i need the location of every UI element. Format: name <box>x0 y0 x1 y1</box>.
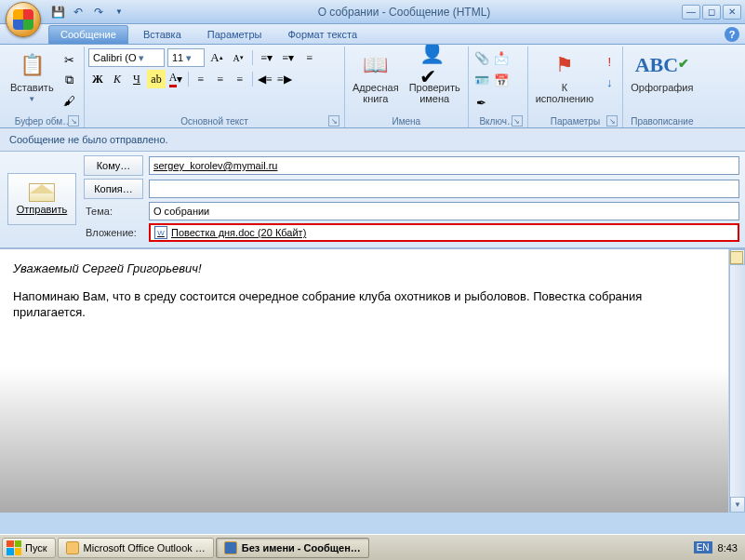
quick-access-toolbar: 💾 ↶ ↷ ▼ <box>50 5 126 20</box>
dialog-launcher-icon[interactable]: ↘ <box>512 115 523 127</box>
bold-icon[interactable]: Ж <box>88 70 107 88</box>
ribbon-tabs: Сообщение Вставка Параметры Формат текст… <box>0 24 745 45</box>
format-painter-icon[interactable]: 🖌 <box>60 91 79 110</box>
start-button[interactable]: Пуск <box>2 538 56 558</box>
clock: 8:43 <box>718 542 738 553</box>
attachment-field[interactable]: W Повестка дня.doc (20 Кбайт) <box>149 223 739 242</box>
tab-insert[interactable]: Вставка <box>132 26 193 44</box>
taskbar-item-outlook[interactable]: Microsoft Office Outlook … <box>58 538 214 558</box>
group-label-proofing: Правописание <box>627 114 697 127</box>
cc-field[interactable] <box>149 180 739 198</box>
high-importance-icon[interactable]: ! <box>600 52 619 71</box>
business-card-icon[interactable]: 🪪 <box>472 71 491 89</box>
subject-label: Тема: <box>84 206 143 217</box>
spellcheck-icon: ABC✔ <box>647 50 677 80</box>
dialog-launcher-icon[interactable]: ↘ <box>328 115 339 127</box>
check-names-button[interactable]: 👤✔ Проверить имена <box>406 48 464 106</box>
to-button[interactable]: Кому… <box>84 155 143 176</box>
to-field[interactable]: sergey_korolev@mymail.ru <box>149 156 739 175</box>
ruler-toggle-icon[interactable] <box>730 251 743 264</box>
envelope-icon <box>29 183 55 202</box>
save-icon[interactable]: 💾 <box>50 5 65 20</box>
group-label-clipboard: Буфер обм…↘ <box>7 114 80 127</box>
group-names: 📖 Адресная книга 👤✔ Проверить имена Имен… <box>345 47 469 127</box>
body-greeting: Уважаемый Сергей Григорьевич! <box>13 261 202 275</box>
signature-icon[interactable]: ✒ <box>472 93 491 112</box>
highlight-icon[interactable]: ab <box>147 70 166 88</box>
font-name-combo[interactable]: Calibri (О▾ <box>88 48 165 67</box>
increase-indent-icon[interactable]: ≡▶ <box>275 70 294 88</box>
cc-button[interactable]: Копия… <box>84 179 143 199</box>
tab-format[interactable]: Формат текста <box>276 26 368 44</box>
office-button[interactable] <box>6 2 41 37</box>
group-options: ⚑ К исполнению ! ↓ Параметры↘ <box>528 47 624 127</box>
window-title: О собрании - Сообщение (HTML) <box>126 6 682 19</box>
spelling-button[interactable]: ABC✔ Орфография <box>627 48 697 95</box>
vertical-scrollbar[interactable]: ▲ ▼ <box>729 249 745 513</box>
address-book-button[interactable]: 📖 Адресная книга <box>349 48 403 106</box>
attachment-label: Вложение: <box>84 227 143 238</box>
decrease-indent-icon[interactable]: ◀≡ <box>256 70 274 88</box>
dialog-launcher-icon[interactable]: ↘ <box>606 115 618 127</box>
grow-font-icon[interactable]: A▴ <box>207 48 226 67</box>
subject-field[interactable]: О собрании <box>149 202 739 220</box>
align-right-icon[interactable]: ≡ <box>231 70 249 88</box>
align-left-icon[interactable]: ≡ <box>192 70 210 88</box>
attach-item-icon[interactable]: 📩 <box>492 48 511 67</box>
close-button[interactable]: ✕ <box>723 5 741 20</box>
titlebar: 💾 ↶ ↷ ▼ О собрании - Сообщение (HTML) — … <box>0 0 745 24</box>
bullets-icon[interactable]: ≡▾ <box>258 48 276 67</box>
scroll-down-icon[interactable]: ▼ <box>730 497 745 513</box>
align-center-icon[interactable]: ≡ <box>211 70 230 88</box>
attach-file-icon[interactable]: 📎 <box>472 48 491 67</box>
underline-icon[interactable]: Ч <box>127 70 146 88</box>
dialog-launcher-icon[interactable]: ↘ <box>68 115 79 127</box>
taskbar-item-message[interactable]: Без имени - Сообщен… <box>216 538 369 558</box>
undo-icon[interactable]: ↶ <box>71 5 86 20</box>
maximize-button[interactable]: ◻ <box>702 5 721 20</box>
shrink-font-icon[interactable]: A▾ <box>229 48 247 67</box>
outlook-icon <box>66 541 79 554</box>
follow-up-button[interactable]: ⚑ К исполнению <box>532 48 598 106</box>
group-include: 📎 📩 🪪 📅 ✒ Включ…↘ <box>469 47 528 127</box>
copy-icon[interactable]: ⧉ <box>60 71 79 89</box>
group-proofing: ABC✔ Орфография Правописание <box>623 47 700 127</box>
multilevel-icon[interactable]: ≡ <box>300 48 319 67</box>
system-tray: EN 8:43 <box>688 541 743 553</box>
font-color-icon[interactable]: A▾ <box>166 70 185 88</box>
italic-icon[interactable]: К <box>108 70 126 88</box>
tab-message[interactable]: Сообщение <box>48 25 128 44</box>
group-label-font: Основной текст↘ <box>88 114 340 127</box>
taskbar: Пуск Microsoft Office Outlook … Без имен… <box>0 534 745 560</box>
message-body-area: Уважаемый Сергей Григорьевич! Напоминаю … <box>0 248 745 513</box>
paste-button[interactable]: 📋 Вставить ▼ <box>7 48 58 105</box>
windows-logo-icon <box>7 540 21 555</box>
scroll-track[interactable] <box>730 265 745 497</box>
calendar-icon[interactable]: 📅 <box>492 71 511 89</box>
minimize-button[interactable]: — <box>682 5 700 20</box>
body-paragraph: Напоминаю Вам, что в среду состоится оче… <box>13 288 715 321</box>
attachment-filename: Повестка дня.doc (20 Кбайт) <box>171 227 306 238</box>
tab-options[interactable]: Параметры <box>196 26 273 44</box>
ribbon: 📋 Вставить ▼ ✂ ⧉ 🖌 Буфер обм…↘ Calibri (… <box>0 45 745 128</box>
flag-icon: ⚑ <box>550 50 579 80</box>
message-header: Отправить Кому… sergey_korolev@mymail.ru… <box>0 152 745 248</box>
info-bar: Сообщение не было отправлено. <box>0 128 745 152</box>
cut-icon[interactable]: ✂ <box>60 50 79 69</box>
help-icon[interactable]: ? <box>725 27 739 42</box>
address-book-icon: 📖 <box>361 50 391 80</box>
group-clipboard: 📋 Вставить ▼ ✂ ⧉ 🖌 Буфер обм…↘ <box>3 47 85 127</box>
paste-icon: 📋 <box>17 50 47 80</box>
low-importance-icon[interactable]: ↓ <box>600 73 619 91</box>
qat-dropdown-icon[interactable]: ▼ <box>112 5 126 20</box>
language-indicator[interactable]: EN <box>694 541 712 553</box>
group-label-include: Включ…↘ <box>472 114 524 127</box>
message-window-icon <box>224 541 237 554</box>
send-button[interactable]: Отправить <box>7 173 76 225</box>
check-names-icon: 👤✔ <box>419 50 449 80</box>
redo-icon[interactable]: ↷ <box>91 5 106 20</box>
numbering-icon[interactable]: ≡▾ <box>279 48 298 67</box>
font-size-combo[interactable]: 11▾ <box>167 48 205 67</box>
message-body[interactable]: Уважаемый Сергей Григорьевич! Напоминаю … <box>0 249 728 513</box>
window-controls: — ◻ ✕ <box>682 5 741 20</box>
